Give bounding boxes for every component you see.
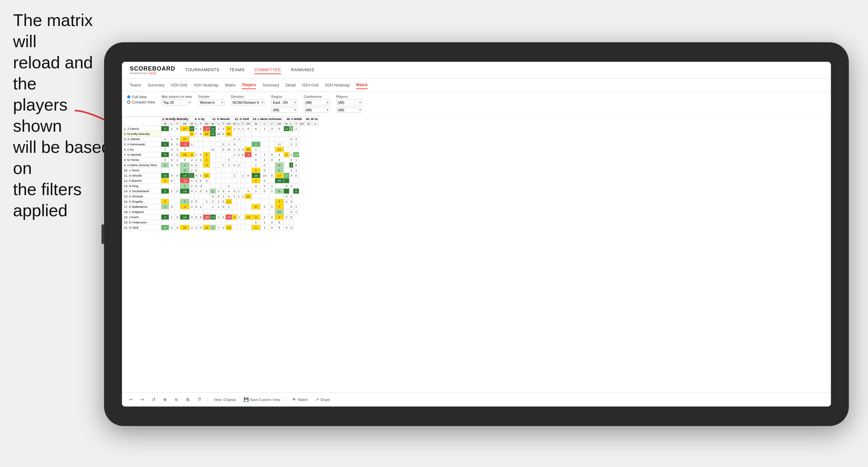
subnav-detail[interactable]: Detail <box>285 82 296 89</box>
matrix-area[interactable]: 2. M Kelly Mulcahy 6. A Dy 11. G Woods 2… <box>122 117 831 392</box>
cell: 0 <box>289 152 293 157</box>
cell: 2 <box>237 163 241 168</box>
cell <box>293 147 299 152</box>
compact-view-label: Compact View <box>132 100 155 104</box>
cell: 14 <box>225 147 232 152</box>
players-all-select[interactable]: (All) <box>336 107 362 113</box>
undo-button[interactable]: ↩ <box>127 396 135 403</box>
view-original-button[interactable]: View: Original <box>212 397 238 403</box>
clock-button[interactable]: ⏱ <box>195 396 204 403</box>
cell: 0 <box>210 194 216 199</box>
cell <box>198 136 203 142</box>
region-all-select[interactable]: (All) <box>271 107 297 113</box>
cell: 8 <box>275 220 284 225</box>
refresh-button[interactable]: ↺ <box>150 396 157 403</box>
subnav-summary[interactable]: Summary <box>148 82 164 89</box>
cell <box>203 183 210 189</box>
subnav-matrix[interactable]: Matrix <box>225 82 236 89</box>
cell: 1 <box>190 168 194 173</box>
subnav-matrix2[interactable]: Matrix <box>356 81 368 89</box>
cell <box>169 194 175 199</box>
cell <box>241 189 245 194</box>
cell: 50 <box>225 131 232 136</box>
cell: 1 <box>232 194 237 199</box>
cell <box>289 147 293 152</box>
cell <box>252 131 260 136</box>
wlt-l5: L <box>260 122 269 126</box>
cell: 1 <box>225 142 232 147</box>
players-select[interactable]: (All) <box>336 99 362 105</box>
cell <box>194 194 198 199</box>
cell: 1 <box>225 163 232 168</box>
cell: 24 <box>293 152 299 157</box>
settings-button[interactable]: ⊞ <box>184 396 191 403</box>
cell <box>241 157 245 163</box>
player-name: 2. M Kelly Mulcahy <box>122 131 161 136</box>
cell: 0 <box>190 163 194 168</box>
subnav-h2h-grid[interactable]: H2H Grid <box>171 82 187 89</box>
cell <box>190 220 194 225</box>
cell: 0 <box>198 157 203 163</box>
cell: 0 <box>198 178 203 183</box>
nav-teams[interactable]: TEAMS <box>229 66 245 74</box>
cell <box>216 157 221 163</box>
compact-view-option[interactable]: Compact View <box>127 100 155 104</box>
subnav-h2h-grid2[interactable]: H2H Grid <box>302 82 318 89</box>
nav-committee[interactable]: COMMITTEE <box>254 66 281 74</box>
cell: 1 <box>260 157 269 163</box>
compact-view-radio[interactable] <box>127 100 130 104</box>
cell: 7 <box>194 131 198 136</box>
cell: 1 <box>225 204 232 210</box>
conference-all-select[interactable]: (All) <box>304 107 330 113</box>
subnav-players[interactable]: Players <box>242 81 256 89</box>
full-view-option[interactable]: Full View <box>127 95 155 99</box>
table-row: 6. A Dy 7 0 1 0 11 0 14 <box>122 147 319 152</box>
gender-select[interactable]: Women's <box>198 99 224 105</box>
cell: 0 <box>175 152 180 157</box>
players-filter: Players (All) (All) <box>336 95 362 113</box>
save-custom-view-button[interactable]: 💾 Save Custom View <box>242 396 282 403</box>
cell <box>232 199 237 204</box>
cell: 11 <box>284 126 289 131</box>
cell <box>221 183 225 189</box>
nav-rankings[interactable]: RANKINGS <box>291 66 314 74</box>
wlt-l6: L <box>289 122 293 126</box>
cell: 2 <box>293 126 299 131</box>
cell: 0 <box>269 215 275 220</box>
cell <box>237 157 241 163</box>
cell: 0 <box>269 152 275 157</box>
cell <box>237 131 241 136</box>
toolbar-separator2 <box>286 397 286 403</box>
cell: 0 <box>284 194 289 199</box>
cell <box>221 152 225 157</box>
full-view-radio[interactable] <box>127 95 130 98</box>
conference-select[interactable]: (All) <box>304 99 330 105</box>
cell: 11 <box>275 147 284 152</box>
cell: 1 <box>216 126 221 131</box>
player-name: 21. O Stoll <box>122 225 161 230</box>
subnav-summary2[interactable]: Summary <box>262 82 279 89</box>
cell: 0 <box>241 152 245 157</box>
cell <box>221 168 225 173</box>
division-select[interactable]: NCAA Division II <box>231 99 265 105</box>
cell: -20 <box>203 215 210 220</box>
nav-tournaments[interactable]: TOURNAMENTS <box>185 66 219 74</box>
zoom-in-button[interactable]: ⊕ <box>161 396 169 403</box>
subnav-teams[interactable]: Teams <box>130 82 141 89</box>
cell <box>232 183 237 189</box>
cell: 0 <box>245 126 252 131</box>
watch-button[interactable]: 👁 Watch <box>290 396 310 403</box>
subnav-h2h-heatmap[interactable]: H2H Heatmap <box>194 82 219 89</box>
cell <box>225 178 232 183</box>
table-row: 13. N Klug 1 1 0 -2 3 <box>122 183 319 189</box>
subnav-h2h-heatmap2[interactable]: H2H Heatmap <box>325 82 350 89</box>
zoom-out-button[interactable]: ⊖ <box>173 396 180 403</box>
table-row: 9. A Maria Jimenez Rios 1 0 0 1 0 0 -7 0 <box>122 163 319 168</box>
cell: 14 <box>252 173 260 178</box>
cell <box>241 204 245 210</box>
col-header-stoll: 21. O Stoll <box>232 117 252 122</box>
region-select[interactable]: East - DII <box>271 99 297 105</box>
max-players-select[interactable]: Top 25 <box>162 99 188 105</box>
share-button[interactable]: ↗ Share <box>313 396 332 403</box>
redo-button[interactable]: ↪ <box>138 396 146 403</box>
